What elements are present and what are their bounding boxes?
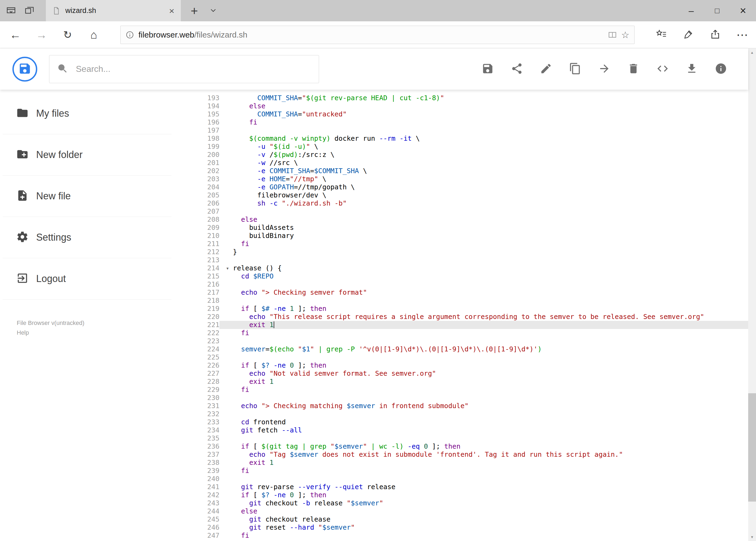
code-line[interactable]: 200 -v /$(pwd):/src:z \	[174, 151, 748, 159]
code-line[interactable]: 235	[174, 434, 748, 442]
fold-marker-icon[interactable]: ▾	[226, 264, 229, 272]
code-line[interactable]: 203 -e HOME="//tmp" \	[174, 175, 748, 183]
reading-view-icon[interactable]	[608, 30, 617, 39]
code-line[interactable]: 242 if [ $? -ne 0 ]; then	[174, 491, 748, 499]
code-line[interactable]: 244 else	[174, 507, 748, 515]
web-note-button[interactable]	[682, 29, 694, 41]
set-tabs-aside-button[interactable]	[24, 5, 35, 16]
code-line[interactable]: 230	[174, 394, 748, 402]
sidebar-item-logout[interactable]: Logout	[3, 258, 171, 299]
code-line[interactable]: 226 if [ $? -ne 0 ]; then	[174, 361, 748, 369]
code-line[interactable]: 238 exit 1	[174, 459, 748, 467]
code-line[interactable]: 211 fi	[174, 240, 748, 248]
vertical-scrollbar[interactable]: ▲ ▼	[748, 48, 756, 541]
code-line[interactable]: 219 if [ $# -ne 1 ]; then	[174, 305, 748, 313]
move-button[interactable]	[598, 63, 611, 75]
code-line[interactable]: 198 $(command -v winpty) docker run --rm…	[174, 135, 748, 143]
code-line[interactable]: 224 semver=$(echo "$1" | grep -P '^v(0|[…	[174, 345, 748, 353]
browser-tab-wizard-sh[interactable]: wizard.sh ×	[46, 0, 181, 21]
code-line[interactable]: 221 exit 1	[174, 321, 748, 329]
code-line[interactable]: 231 echo "> Checking matching $semver in…	[174, 402, 748, 410]
code-line[interactable]: 195 COMMIT_SHA="untracked"	[174, 110, 748, 118]
code-line[interactable]: 204 -e GOPATH=//tmp/gopath \	[174, 183, 748, 191]
favorites-hub-button[interactable]	[655, 29, 667, 41]
code-line[interactable]: 233 cd frontend	[174, 418, 748, 426]
more-menu-button[interactable]: ⋯	[737, 29, 748, 41]
code-line[interactable]: 246 git reset --hard "$semver"	[174, 523, 748, 532]
code-line[interactable]: 240	[174, 475, 748, 483]
code-line[interactable]: 239 fi	[174, 467, 748, 475]
share-page-button[interactable]	[710, 29, 721, 41]
search-box[interactable]	[49, 55, 319, 83]
code-line[interactable]: 201 -w //src \	[174, 159, 748, 167]
download-button[interactable]	[685, 63, 698, 75]
code-line[interactable]: 243 git checkout -b release "$semver"	[174, 499, 748, 507]
scroll-down-icon[interactable]: ▼	[748, 533, 756, 541]
search-input[interactable]	[75, 64, 311, 74]
rename-button[interactable]	[540, 63, 552, 75]
code-line[interactable]: 223	[174, 337, 748, 345]
code-line[interactable]: 214▾release () {	[174, 264, 748, 272]
code-line[interactable]: 210 buildBinary	[174, 232, 748, 240]
code-line[interactable]: 228 exit 1	[174, 377, 748, 386]
code-line[interactable]: 208 else	[174, 216, 748, 224]
code-line[interactable]: 196 fi	[174, 118, 748, 126]
code-line[interactable]: 245 git checkout release	[174, 515, 748, 523]
add-favorite-star-icon[interactable]: ☆	[621, 30, 630, 39]
filebrowser-logo[interactable]	[12, 57, 37, 82]
code-line[interactable]: 241 git rev-parse --verify --quiet relea…	[174, 483, 748, 491]
copy-button[interactable]	[569, 63, 581, 75]
code-line[interactable]: 213	[174, 256, 748, 264]
tab-close-icon[interactable]: ×	[169, 6, 174, 15]
back-button[interactable]: ←	[2, 21, 28, 48]
info-button[interactable]	[715, 63, 727, 75]
source-code-button[interactable]	[656, 63, 669, 75]
code-line[interactable]: 218	[174, 296, 748, 305]
code-line[interactable]: 209 buildAssets	[174, 224, 748, 232]
sidebar-item-settings[interactable]: Settings	[3, 217, 171, 258]
code-line[interactable]: 222 fi	[174, 329, 748, 337]
code-line[interactable]: 202 -e COMMIT_SHA=$COMMIT_SHA \	[174, 167, 748, 175]
delete-button[interactable]	[627, 63, 640, 75]
code-line[interactable]: 247 fi	[174, 532, 748, 540]
code-line[interactable]: 220 echo "This release script requires a…	[174, 313, 748, 321]
new-tab-button[interactable]: +	[186, 0, 202, 21]
sidebar-item-new-file[interactable]: New file	[3, 176, 171, 217]
maximize-button[interactable]: □	[704, 0, 730, 21]
code-line[interactable]: 205 filebrowser/dev \	[174, 191, 748, 199]
code-line[interactable]: 237 echo "Tag $semver does not exist in …	[174, 450, 748, 459]
code-line[interactable]: 193 COMMIT_SHA="$(git rev-parse HEAD | c…	[174, 94, 748, 102]
code-line[interactable]: 229 fi	[174, 386, 748, 394]
home-button[interactable]: ⌂	[81, 21, 107, 48]
scrollbar-thumb[interactable]	[748, 393, 756, 502]
url-text[interactable]: filebrowser.web/files/wizard.sh	[138, 30, 604, 39]
code-line[interactable]: 212}	[174, 248, 748, 256]
forward-button[interactable]: →	[28, 21, 55, 48]
code-line[interactable]: 197	[174, 126, 748, 135]
refresh-button[interactable]: ↻	[55, 21, 81, 48]
code-line[interactable]: 232	[174, 410, 748, 418]
help-link[interactable]: Help	[17, 328, 85, 337]
code-line[interactable]: 217 echo "> Checking semver format"	[174, 288, 748, 296]
tab-preview-button[interactable]	[6, 5, 16, 16]
address-bar[interactable]: filebrowser.web/files/wizard.sh ☆	[121, 26, 634, 44]
code-line[interactable]: 215 cd $REPO	[174, 272, 748, 280]
code-line[interactable]: 234 git fetch --all	[174, 426, 748, 434]
minimize-button[interactable]: –	[678, 0, 704, 21]
close-button[interactable]: ×	[730, 0, 756, 21]
save-button[interactable]	[481, 63, 494, 75]
share-file-button[interactable]	[511, 63, 523, 75]
code-editor[interactable]: 193 COMMIT_SHA="$(git rev-parse HEAD | c…	[174, 94, 748, 540]
sidebar-item-new-folder[interactable]: New folder	[3, 134, 171, 176]
code-line[interactable]: 199 -u "$(id -u)" \	[174, 143, 748, 151]
sidebar-item-my-files[interactable]: My files	[3, 93, 171, 134]
code-line[interactable]: 216	[174, 280, 748, 288]
code-line[interactable]: 207	[174, 208, 748, 216]
code-line[interactable]: 225	[174, 353, 748, 361]
code-line[interactable]: 227 echo "Not valid semver format. See s…	[174, 369, 748, 377]
code-line[interactable]: 206 sh -c "./wizard.sh -b"	[174, 199, 748, 208]
tab-list-button[interactable]	[206, 0, 221, 21]
code-line[interactable]: 236 if [ $(git tag | grep "$semver" | wc…	[174, 442, 748, 450]
code-line[interactable]: 194 else	[174, 102, 748, 110]
site-info-icon[interactable]	[126, 31, 134, 39]
